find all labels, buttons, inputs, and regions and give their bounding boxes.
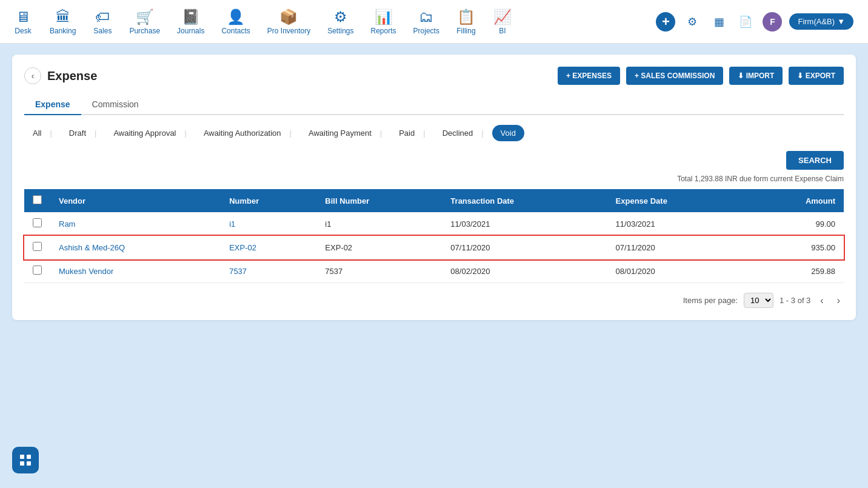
- journals-label: Journals: [177, 27, 204, 35]
- tab-expense[interactable]: Expense: [24, 95, 81, 115]
- nav-item-reports[interactable]: 📊Reports: [362, 4, 405, 40]
- number-header: Number: [221, 189, 316, 212]
- filling-icon: 📋: [457, 8, 475, 25]
- journals-icon: 📓: [182, 8, 200, 25]
- expense-date-header: Expense Date: [607, 189, 748, 212]
- vendor-link[interactable]: Ashish & Med-26Q: [59, 243, 125, 252]
- nav-item-filling[interactable]: 📋Filling: [448, 4, 484, 40]
- bill-number-header: Bill Number: [316, 189, 442, 212]
- bill-number-cell: i1: [316, 212, 442, 236]
- sub-tabs: Expense Commission: [24, 95, 844, 115]
- svg-rect-2: [20, 461, 24, 466]
- filter-tab-awaiting-authorization[interactable]: Awaiting Authorization: [195, 125, 300, 141]
- filter-tab-paid[interactable]: Paid: [390, 125, 433, 141]
- search-button[interactable]: SEARCH: [786, 151, 844, 170]
- banking-label: Banking: [50, 27, 76, 35]
- filter-tab-awaiting-payment[interactable]: Awaiting Payment: [300, 125, 390, 141]
- card-title-area: ‹ Expense: [24, 67, 97, 84]
- row-checkbox[interactable]: [33, 242, 42, 251]
- filter-tabs: AllDraftAwaiting ApprovalAwaiting Author…: [24, 125, 844, 141]
- grid-icon-svg: [18, 453, 33, 467]
- row-checkbox[interactable]: [33, 218, 42, 227]
- transaction-date-cell: 07/11/2020: [442, 236, 607, 259]
- import-button[interactable]: ⬇ IMPORT: [729, 67, 783, 85]
- filter-tab-void[interactable]: Void: [492, 125, 524, 141]
- number-link[interactable]: i1: [229, 219, 235, 229]
- next-page-button[interactable]: ›: [833, 294, 844, 307]
- filter-tab-awaiting-approval[interactable]: Awaiting Approval: [105, 125, 195, 141]
- expense-date-cell: 08/01/2020: [607, 259, 748, 283]
- select-all-checkbox[interactable]: [33, 195, 42, 204]
- vendor-link[interactable]: Ram: [59, 219, 75, 229]
- main-area: ‹ Expense + EXPENSES + SALES COMMISSION …: [0, 44, 868, 331]
- top-navigation: 🖥Desk🏛Banking🏷Sales🛒Purchase📓Journals👤Co…: [0, 0, 868, 44]
- desk-label: Desk: [15, 27, 31, 35]
- nav-item-sales[interactable]: 🏷Sales: [84, 4, 121, 40]
- export-button[interactable]: ⬇ EXPORT: [789, 67, 844, 85]
- avatar[interactable]: F: [763, 12, 782, 32]
- document-icon[interactable]: 📄: [736, 12, 755, 32]
- amount-header: Amount: [748, 189, 844, 212]
- select-all-header[interactable]: [24, 189, 50, 212]
- desk-icon: 🖥: [16, 8, 30, 25]
- number-link[interactable]: EXP-02: [229, 243, 256, 252]
- grid-icon[interactable]: ▦: [709, 12, 729, 32]
- filter-tab-declined[interactable]: Declined: [434, 125, 492, 141]
- amount-cell: 935.00: [748, 236, 844, 259]
- bottom-grid-icon[interactable]: [12, 447, 39, 473]
- nav-items: 🖥Desk🏛Banking🏷Sales🛒Purchase📓Journals👤Co…: [5, 4, 656, 40]
- page-info: 1 - 3 of 3: [780, 296, 810, 305]
- table-row: Ashish & Med-26Q EXP-02 EXP-02 07/11/202…: [24, 236, 844, 259]
- row-checkbox-cell[interactable]: [24, 236, 50, 259]
- reports-icon: 📊: [375, 8, 393, 25]
- add-button[interactable]: +: [656, 12, 675, 32]
- nav-item-bi[interactable]: 📈BI: [484, 4, 521, 40]
- nav-item-projects[interactable]: 🗂Projects: [405, 4, 448, 40]
- filter-tab-all[interactable]: All: [24, 125, 61, 141]
- card-header: ‹ Expense + EXPENSES + SALES COMMISSION …: [24, 67, 844, 85]
- nav-item-settings[interactable]: ⚙Settings: [319, 4, 362, 40]
- purchase-label: Purchase: [129, 27, 160, 35]
- items-per-page-select[interactable]: 10 25 50: [744, 293, 773, 308]
- svg-rect-3: [27, 461, 31, 466]
- projects-icon: 🗂: [419, 8, 433, 25]
- filter-tab-draft[interactable]: Draft: [61, 125, 105, 141]
- row-checkbox[interactable]: [33, 266, 42, 275]
- number-link[interactable]: 7537: [229, 267, 247, 276]
- projects-label: Projects: [413, 27, 439, 35]
- prev-page-button[interactable]: ‹: [816, 294, 827, 307]
- sales-commission-button[interactable]: + SALES COMMISSION: [626, 67, 723, 85]
- search-area: SEARCH: [24, 151, 844, 170]
- sales-label: Sales: [93, 27, 112, 35]
- nav-item-pro-inventory[interactable]: 📦Pro Inventory: [259, 4, 319, 40]
- chevron-down-icon: ▼: [837, 17, 845, 26]
- nav-item-desk[interactable]: 🖥Desk: [5, 4, 41, 40]
- expenses-button[interactable]: + EXPENSES: [558, 67, 620, 85]
- expense-card: ‹ Expense + EXPENSES + SALES COMMISSION …: [12, 55, 856, 320]
- tab-commission[interactable]: Commission: [81, 95, 150, 115]
- contacts-icon: 👤: [227, 8, 245, 25]
- bi-icon: 📈: [493, 8, 512, 25]
- transaction-date-cell: 08/02/2020: [442, 259, 607, 283]
- nav-item-banking[interactable]: 🏛Banking: [41, 4, 84, 40]
- vendor-link[interactable]: Mukesh Vendor: [59, 267, 113, 276]
- settings-icon[interactable]: ⚙: [683, 12, 702, 32]
- reports-label: Reports: [371, 27, 396, 35]
- contacts-label: Contacts: [221, 27, 250, 35]
- expense-date-cell: 07/11/2020: [607, 236, 748, 259]
- row-checkbox-cell[interactable]: [24, 259, 50, 283]
- table-header: Vendor Number Bill Number Transaction Da…: [24, 189, 844, 212]
- pro-inventory-label: Pro Inventory: [267, 27, 310, 35]
- svg-rect-1: [27, 455, 31, 459]
- firm-selector[interactable]: Firm(A&B) ▼: [789, 13, 853, 30]
- vendor-cell: Mukesh Vendor: [50, 259, 221, 283]
- settings-label: Settings: [327, 27, 353, 35]
- row-checkbox-cell[interactable]: [24, 212, 50, 236]
- banking-icon: 🏛: [56, 8, 70, 25]
- nav-item-journals[interactable]: 📓Journals: [169, 4, 213, 40]
- pagination: Items per page: 10 25 50 1 - 3 of 3 ‹ ›: [24, 293, 844, 308]
- nav-item-purchase[interactable]: 🛒Purchase: [121, 4, 169, 40]
- pro-inventory-icon: 📦: [279, 8, 298, 25]
- nav-item-contacts[interactable]: 👤Contacts: [213, 4, 258, 40]
- back-button[interactable]: ‹: [24, 67, 41, 84]
